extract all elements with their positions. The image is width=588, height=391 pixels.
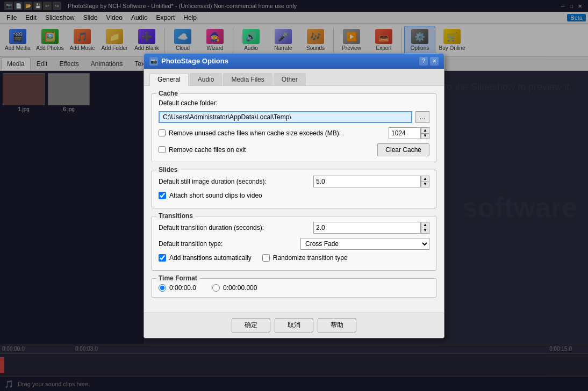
slides-section: Slides Default still image duration (sec… — [152, 170, 436, 208]
attach-row: Attach short sound clips to video — [159, 192, 429, 199]
dialog-title-text: 📷 PhotoStage Options — [149, 57, 228, 66]
slides-section-title: Slides — [156, 166, 180, 173]
trans-duration-spinbox-btns: ▲ ▼ — [421, 222, 429, 234]
on-exit-checkbox[interactable] — [159, 146, 166, 153]
time-format-radios: 0:00:00.0 0:00:00.000 — [159, 284, 429, 292]
unused-cache-label: Remove unused cache files when cache siz… — [169, 129, 341, 137]
randomize-row: Randomize transition type — [262, 254, 348, 262]
trans-type-label: Default transition type: — [159, 240, 223, 248]
trans-type-row: Default transition type: Cross Fade None… — [159, 238, 429, 250]
cache-section-title: Cache — [156, 90, 180, 97]
dialog-close-btn[interactable]: ✕ — [430, 57, 439, 66]
trans-duration-label: Default transition duration (seconds): — [159, 224, 264, 231]
dialog-tabs: General Audio Media Files Other — [144, 69, 444, 86]
time-format-2-row: 0:00:00.000 — [212, 284, 257, 292]
cache-folder-row: Default cache folder: — [159, 99, 429, 107]
dialog-help-footer-btn[interactable]: 帮助 — [318, 318, 356, 332]
trans-checkboxes-row: Add transitions automatically Randomize … — [159, 254, 429, 265]
dialog-title-label: PhotoStage Options — [161, 57, 228, 65]
attach-label: Attach short sound clips to video — [169, 192, 262, 199]
cache-folder-label: Default cache folder: — [159, 99, 218, 107]
dialog-tab-audio[interactable]: Audio — [190, 73, 223, 85]
dialog-title-bar: 📷 PhotoStage Options ? ✕ — [144, 54, 444, 69]
randomize-label: Randomize transition type — [273, 254, 348, 262]
duration-down-btn[interactable]: ▼ — [421, 182, 429, 187]
attach-checkbox[interactable] — [159, 192, 166, 199]
cache-browse-btn[interactable]: ... — [415, 111, 429, 123]
dialog-footer: 确定 取消 帮助 — [144, 313, 444, 338]
dialog-app-icon: 📷 — [149, 57, 158, 66]
duration-row: Default still image duration (seconds): … — [159, 176, 429, 187]
trans-type-select[interactable]: Cross Fade None Fade Dissolve — [300, 238, 429, 250]
unused-cache-spinbox: ▲ ▼ — [389, 127, 429, 139]
time-format-1-radio[interactable] — [159, 284, 166, 292]
on-exit-left: Remove cache files on exit — [159, 146, 246, 154]
modal-overlay: 📷 PhotoStage Options ? ✕ General Audio M… — [0, 0, 588, 391]
unused-cache-down-btn[interactable]: ▼ — [421, 133, 429, 139]
options-dialog: 📷 PhotoStage Options ? ✕ General Audio M… — [144, 53, 444, 338]
dialog-help-btn[interactable]: ? — [419, 57, 428, 66]
cache-folder-input[interactable] — [159, 111, 412, 123]
time-format-2-label: 0:00:00.000 — [223, 284, 257, 292]
clear-cache-btn[interactable]: Clear Cache — [377, 143, 429, 156]
duration-up-btn[interactable]: ▲ — [421, 176, 429, 182]
auto-trans-label: Add transitions automatically — [169, 254, 252, 262]
transitions-section-title: Transitions — [156, 212, 195, 220]
cache-folder-input-row: ... — [159, 111, 429, 123]
on-exit-label: Remove cache files on exit — [169, 146, 246, 154]
trans-duration-value[interactable] — [313, 222, 421, 234]
unused-cache-up-btn[interactable]: ▲ — [421, 127, 429, 133]
unused-cache-row: Remove unused cache files when cache siz… — [159, 127, 429, 139]
unused-cache-value[interactable] — [389, 127, 421, 139]
duration-value[interactable] — [313, 176, 421, 187]
time-format-title: Time Format — [156, 274, 199, 282]
dialog-content: Cache Default cache folder: ... Remove u… — [144, 86, 444, 313]
dialog-ok-btn[interactable]: 确定 — [232, 318, 270, 332]
dialog-cancel-btn[interactable]: 取消 — [275, 318, 313, 332]
time-format-1-row: 0:00:00.0 — [159, 284, 196, 292]
on-exit-row: Remove cache files on exit Clear Cache — [159, 143, 429, 156]
trans-duration-down-btn[interactable]: ▼ — [421, 228, 429, 234]
dialog-controls: ? ✕ — [419, 57, 439, 66]
dialog-tab-other[interactable]: Other — [274, 73, 306, 85]
unused-cache-left: Remove unused cache files when cache siz… — [159, 129, 341, 137]
unused-cache-spinbox-btns: ▲ ▼ — [421, 127, 429, 139]
cache-section: Cache Default cache folder: ... Remove u… — [152, 93, 436, 162]
duration-spinbox: ▲ ▼ — [313, 176, 429, 187]
unused-cache-checkbox[interactable] — [159, 129, 166, 136]
randomize-checkbox[interactable] — [262, 254, 270, 262]
duration-spinbox-btns: ▲ ▼ — [421, 176, 429, 187]
dialog-tab-general[interactable]: General — [149, 73, 189, 86]
trans-duration-spinbox: ▲ ▼ — [313, 222, 429, 234]
time-format-section: Time Format 0:00:00.0 0:00:00.000 — [152, 278, 436, 298]
time-format-1-label: 0:00:00.0 — [169, 284, 196, 292]
auto-trans-checkbox[interactable] — [159, 254, 166, 262]
trans-duration-up-btn[interactable]: ▲ — [421, 222, 429, 228]
transitions-section: Transitions Default transition duration … — [152, 216, 436, 271]
duration-label: Default still image duration (seconds): — [159, 178, 267, 185]
time-format-2-radio[interactable] — [212, 284, 220, 292]
auto-trans-row: Add transitions automatically — [159, 254, 252, 262]
dialog-tab-media-files[interactable]: Media Files — [223, 73, 272, 85]
trans-duration-row: Default transition duration (seconds): ▲… — [159, 222, 429, 234]
